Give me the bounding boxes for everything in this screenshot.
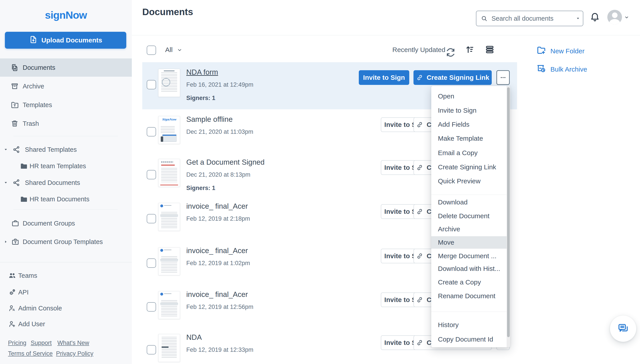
document-title[interactable]: Sample offline <box>186 115 233 124</box>
caret-down-icon[interactable] <box>4 180 8 185</box>
ellipsis-icon <box>500 74 506 81</box>
document-title[interactable]: NDA <box>186 333 202 342</box>
sidebar-item-document-group-templates[interactable]: Document Group Templates <box>0 233 132 251</box>
sidebar-item-document-groups[interactable]: Document Groups <box>0 214 132 232</box>
menu-item-history[interactable]: History <box>431 319 507 331</box>
document-thumbnail[interactable] <box>158 291 180 319</box>
document-thumbnail[interactable]: SignNow <box>158 116 180 144</box>
document-title[interactable]: invoice_ final_Acer <box>186 290 248 299</box>
menu-item-copy-document-id[interactable]: Copy Document Id <box>431 333 507 346</box>
menu-item-add-fields[interactable]: Add Fields <box>431 118 507 131</box>
more-actions-button[interactable] <box>496 70 510 85</box>
sidebar-item-archive[interactable]: Archive <box>0 77 132 95</box>
menu-item-archive[interactable]: Archive <box>431 223 507 235</box>
new-folder-label: New Folder <box>550 47 584 55</box>
link-icon <box>416 296 423 304</box>
avatar[interactable] <box>607 10 622 24</box>
search-scope-caret-icon[interactable] <box>576 16 580 21</box>
admin-user-icon: A <box>8 304 17 312</box>
sidebar-item-hr-team-documents[interactable]: HR team Documents <box>0 190 132 208</box>
menu-item-invite-to-sign[interactable]: Invite to Sign <box>431 104 507 117</box>
menu-item-move[interactable]: Move <box>431 236 507 249</box>
select-all-checkbox[interactable] <box>147 46 156 55</box>
document-thumbnail[interactable] <box>158 69 180 97</box>
sidebar-item-label: Trash <box>23 120 39 127</box>
document-thumbnail[interactable] <box>158 247 180 275</box>
row-checkbox[interactable] <box>147 214 156 223</box>
create-signing-link-button[interactable]: Create Signing Link <box>413 70 492 85</box>
footer-link-support[interactable]: Support <box>31 340 52 346</box>
sidebar-item-templates[interactable]: Templates <box>0 96 132 114</box>
document-signers: Signers: 1 <box>186 95 215 102</box>
menu-item-open[interactable]: Open <box>431 90 507 102</box>
row-checkbox[interactable] <box>147 258 156 268</box>
menu-item-make-template[interactable]: Make Template <box>431 132 507 145</box>
sidebar-item-add-user[interactable]: Add User <box>0 315 132 333</box>
link-icon <box>416 121 423 128</box>
menu-item-email-a-copy[interactable]: Email a Copy <box>431 147 507 159</box>
notifications-bell-icon[interactable] <box>589 12 600 22</box>
sort-dropdown[interactable]: Recently Updated <box>392 46 445 54</box>
caret-right-icon[interactable] <box>4 240 8 244</box>
document-thumbnail[interactable] <box>158 203 180 231</box>
menu-divider <box>431 195 507 195</box>
sidebar-item-teams[interactable]: Teams <box>0 266 132 285</box>
new-folder-button[interactable]: New Folder <box>536 45 584 57</box>
footer-link-pricing[interactable]: Pricing <box>8 340 27 346</box>
document-title[interactable]: Get a Document Signed <box>186 158 265 166</box>
footer-link-privacy-policy[interactable]: Privacy Policy <box>56 350 93 357</box>
footer-link-what-s-new[interactable]: What's New <box>57 340 89 346</box>
bulk-archive-button[interactable]: Bulk Archive <box>536 63 587 75</box>
menu-item-download-with-hist[interactable]: Download with Hist... <box>431 262 507 275</box>
sidebar-divider <box>13 136 118 136</box>
link-icon <box>416 208 423 215</box>
document-thumbnail[interactable] <box>158 159 180 187</box>
briefcase-template-icon <box>11 238 20 246</box>
menu-scrollbar-thumb[interactable] <box>507 87 510 337</box>
document-title[interactable]: NDA form <box>186 68 218 76</box>
menu-item-create-signing-link[interactable]: Create Signing Link <box>431 161 507 173</box>
sidebar-item-hr-team-templates[interactable]: HR team Templates <box>0 157 132 175</box>
menu-item-download[interactable]: Download <box>431 196 507 208</box>
row-checkbox[interactable] <box>147 127 156 136</box>
sidebar-item-admin-console[interactable]: AAdmin Console <box>0 299 132 317</box>
row-checkbox[interactable] <box>147 170 156 179</box>
signnow-logo: signNow <box>0 9 132 21</box>
document-signers: Signers: 1 <box>186 185 215 192</box>
filter-dropdown[interactable]: All <box>165 46 173 54</box>
menu-item-quick-preview[interactable]: Quick Preview <box>431 175 507 187</box>
sidebar-item-shared-templates[interactable]: Shared Templates <box>0 140 132 159</box>
sidebar-item-trash[interactable]: Trash <box>0 114 132 133</box>
menu-item-rename-document[interactable]: Rename Document <box>431 290 507 302</box>
menu-item-delete-document[interactable]: Delete Document <box>431 210 507 222</box>
sidebar-item-api[interactable]: API <box>0 283 132 301</box>
chat-support-button[interactable] <box>610 316 636 342</box>
sidebar-section-divider <box>0 262 132 262</box>
row-checkbox[interactable] <box>147 345 156 354</box>
search-input[interactable] <box>491 15 576 22</box>
row-checkbox[interactable] <box>147 80 156 89</box>
new-folder-icon <box>536 45 546 57</box>
sort-order-icon[interactable] <box>484 44 495 55</box>
search-box[interactable] <box>476 11 583 26</box>
document-title[interactable]: invoice_ final_Acer <box>186 202 248 210</box>
link-icon <box>416 252 423 260</box>
document-title[interactable]: invoice_ final_Acer <box>186 246 248 255</box>
share-icon <box>12 178 21 187</box>
document-thumbnail[interactable] <box>158 334 180 362</box>
footer-link-terms-of-service[interactable]: Terms of Service <box>8 350 53 357</box>
menu-item-merge-document[interactable]: Merge Document ... <box>431 250 507 262</box>
refresh-icon[interactable] <box>464 44 475 55</box>
upload-documents-button[interactable]: Upload Documents <box>5 32 126 49</box>
sidebar-item-documents[interactable]: Documents <box>0 58 132 77</box>
menu-scrollbar-track[interactable] <box>507 86 510 347</box>
sidebar-item-shared-documents[interactable]: Shared Documents <box>0 174 132 192</box>
invite-to-sign-button[interactable]: Invite to Sign <box>359 70 409 85</box>
sidebar-divider <box>13 209 118 210</box>
caret-down-icon[interactable] <box>4 147 8 152</box>
account-menu-caret-icon[interactable] <box>624 15 629 20</box>
sidebar-item-label: Document Group Templates <box>23 238 103 246</box>
menu-item-create-a-copy[interactable]: Create a Copy <box>431 276 507 288</box>
document-date: Feb 12, 2019 at 2:18pm <box>186 215 250 222</box>
row-checkbox[interactable] <box>147 302 156 312</box>
